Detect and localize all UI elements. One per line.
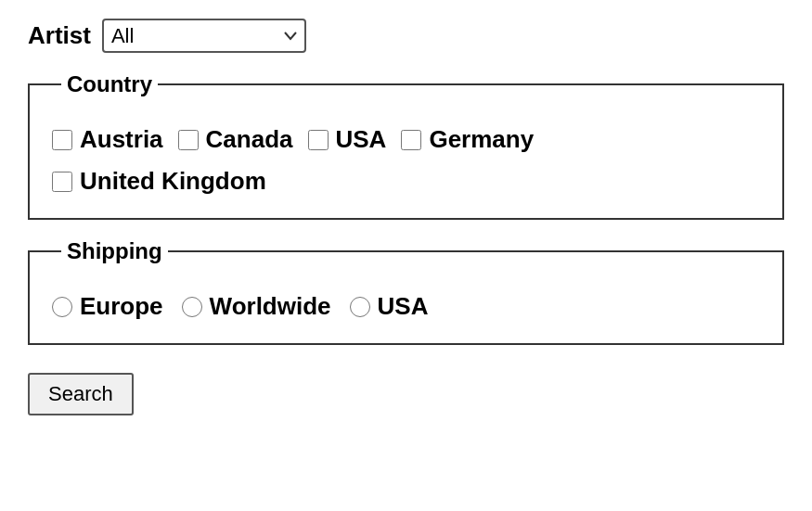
checkbox-item-germany[interactable]: Germany	[401, 125, 534, 154]
checkbox-item-uk[interactable]: United Kingdom	[52, 167, 266, 196]
radio-item-usa[interactable]: USA	[350, 292, 429, 321]
checkbox-label-canada: Canada	[206, 125, 293, 154]
radio-label-worldwide: Worldwide	[210, 292, 331, 321]
country-checkbox-row-1: Austria Canada USA Germany	[52, 125, 760, 154]
checkbox-usa[interactable]	[308, 130, 329, 150]
artist-select[interactable]: All Specific Artist	[102, 19, 306, 53]
country-fieldset: Country Austria Canada USA Germany Unite…	[28, 71, 784, 220]
checkbox-label-uk: United Kingdom	[80, 167, 266, 196]
shipping-fieldset: Shipping Europe Worldwide USA	[28, 238, 784, 345]
search-button[interactable]: Search	[28, 373, 134, 415]
checkbox-germany[interactable]	[401, 130, 421, 150]
artist-label: Artist	[28, 21, 91, 50]
radio-item-worldwide[interactable]: Worldwide	[182, 292, 331, 321]
shipping-radio-row: Europe Worldwide USA	[52, 292, 760, 321]
radio-europe[interactable]	[52, 297, 72, 317]
shipping-legend: Shipping	[61, 238, 168, 264]
checkbox-label-austria: Austria	[80, 125, 163, 154]
country-legend: Country	[61, 71, 158, 97]
radio-worldwide[interactable]	[182, 297, 202, 317]
radio-item-europe[interactable]: Europe	[52, 292, 163, 321]
checkbox-austria[interactable]	[52, 130, 72, 150]
checkbox-item-canada[interactable]: Canada	[178, 125, 293, 154]
checkbox-label-usa: USA	[336, 125, 387, 154]
checkbox-item-austria[interactable]: Austria	[52, 125, 163, 154]
radio-label-europe: Europe	[80, 292, 163, 321]
radio-label-usa: USA	[378, 292, 429, 321]
checkbox-item-usa[interactable]: USA	[308, 125, 387, 154]
checkbox-uk[interactable]	[52, 172, 72, 192]
artist-row: Artist All Specific Artist	[28, 19, 784, 53]
checkbox-canada[interactable]	[178, 130, 199, 150]
radio-usa[interactable]	[350, 297, 370, 317]
checkbox-label-germany: Germany	[429, 125, 534, 154]
country-checkbox-row-2: United Kingdom	[52, 167, 760, 196]
